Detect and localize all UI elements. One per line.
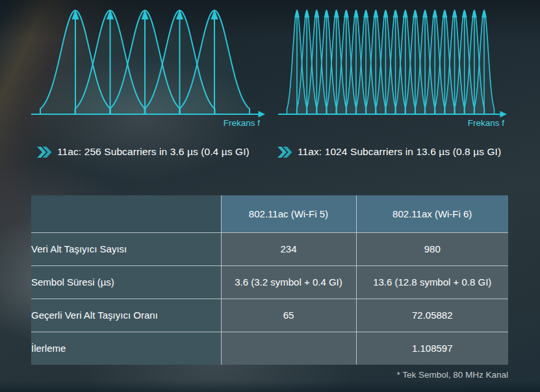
- row-label: Veri Alt Taşıyıcı Sayısı: [31, 232, 221, 265]
- wifi6-value: 13.6 (12.8 symbol + 0.8 GI): [356, 265, 508, 299]
- table-row: Sembol Süresi (µs) 3.6 (3.2 symbol + 0.4…: [31, 265, 508, 299]
- table-row: Veri Alt Taşıyıcı Sayısı 234 980: [31, 232, 508, 265]
- wifi6-value: 980: [356, 232, 508, 265]
- subcarrier-lobes: [287, 9, 495, 114]
- row-label: Sembol Süresi (µs): [31, 265, 221, 299]
- wifi5-value: 3.6 (3.2 symbol + 0.4 GI): [221, 265, 356, 299]
- frequency-axis-arrowhead: [259, 111, 266, 117]
- ofdm-diagram-11ac: Frekans f: [25, 3, 266, 131]
- footnote: * Tek Sembol, 80 MHz Kanal: [396, 370, 508, 380]
- row-label: Geçerli Veri Alt Taşıyıcı Oranı: [31, 299, 221, 332]
- wifi5-value: [221, 332, 356, 365]
- header-empty-cell: [31, 195, 221, 232]
- header-wifi6: 802.11ax (Wi-Fi 6): [356, 195, 508, 232]
- wifi5-value: 65: [221, 299, 356, 332]
- wifi6-ofdm-infographic: Frekans f Frekans f 11ac: 256 Subcarrier…: [0, 0, 540, 392]
- frequency-axis-label: Frekans f: [468, 118, 505, 128]
- double-chevron-icon: [37, 147, 52, 158]
- table-row: İlerleme 1.108597: [31, 332, 508, 365]
- table-header-row: 802.11ac (Wi-Fi 5) 802.11ax (Wi-Fi 6): [31, 195, 508, 232]
- table-row: Geçerli Veri Alt Taşıyıcı Oranı 65 72.05…: [31, 299, 508, 332]
- caption-11ax: 11ax: 1024 Subcarriers in 13.6 µs (0.8 µ…: [277, 145, 501, 159]
- caption-text: 11ax: 1024 Subcarriers in 13.6 µs (0.8 µ…: [298, 146, 501, 158]
- wifi6-value: 72.05882: [356, 299, 508, 332]
- caption-11ac: 11ac: 256 Subcarriers in 3.6 µs (0.4 µs …: [37, 145, 250, 159]
- caption-text: 11ac: 256 Subcarriers in 3.6 µs (0.4 µs …: [57, 146, 250, 158]
- ofdm-diagram-11ax: Frekans f: [270, 3, 514, 131]
- double-chevron-icon: [277, 147, 292, 158]
- header-wifi5: 802.11ac (Wi-Fi 5): [221, 195, 356, 232]
- subcarrier-lobes: [40, 9, 250, 114]
- wifi6-value: 1.108597: [356, 332, 508, 365]
- row-label: İlerleme: [31, 332, 221, 365]
- wifi5-value: 234: [221, 232, 356, 265]
- frequency-axis-arrowhead: [500, 111, 508, 117]
- frequency-axis-label: Frekans f: [224, 118, 261, 128]
- comparison-table: 802.11ac (Wi-Fi 5) 802.11ax (Wi-Fi 6) Ve…: [31, 195, 508, 365]
